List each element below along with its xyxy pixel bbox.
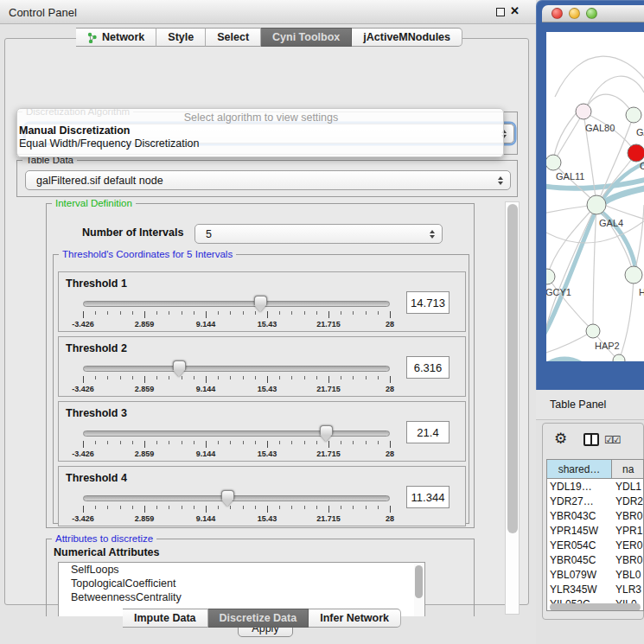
network-node[interactable] (626, 107, 641, 123)
split-columns-icon[interactable] (583, 433, 599, 446)
group-title: Threshold's Coordinates for 5 Intervals (59, 249, 236, 260)
num-intervals-label: Number of Intervals (82, 226, 183, 239)
settings-viewport: Interval Definition Number of Intervals … (16, 200, 501, 616)
slider-scale-labels: -3.4262.8599.14415.4321.71528 (83, 514, 390, 523)
network-node[interactable] (546, 155, 561, 170)
group-title: Interval Definition (52, 200, 136, 209)
network-node-label: GCY1 (546, 287, 571, 297)
interval-definition-group: Interval Definition Number of Intervals … (46, 203, 475, 528)
slider-ticks (83, 311, 390, 319)
gear-icon[interactable]: ⚙ (554, 431, 567, 446)
stepper-arrows-icon (430, 230, 435, 239)
attributes-group: Attributes to discretize Numerical Attri… (46, 539, 475, 616)
table-row[interactable]: YPR145W YPR1 (547, 523, 643, 538)
table-row[interactable]: YDR27… YDR2 (547, 494, 643, 508)
threshold-slider[interactable] (83, 301, 390, 307)
network-node-label: HAP2 (595, 341, 620, 351)
network-node[interactable] (613, 354, 625, 361)
slider-thumb[interactable] (320, 425, 333, 442)
threshold-slider[interactable] (83, 366, 390, 372)
thresholds-group: Threshold's Coordinates for 5 Intervals … (53, 254, 469, 524)
slider-scale-labels: -3.4262.8599.14415.4321.71528 (83, 450, 390, 458)
network-canvas[interactable]: GAL80GACGAL11GAL4GCY1HHAP2 (546, 32, 644, 361)
top-tab[interactable]: Select (206, 28, 261, 47)
threshold-value-field[interactable]: 14.713 (406, 291, 450, 314)
float-window-icon[interactable] (496, 8, 505, 16)
slider-thumb[interactable] (254, 296, 267, 312)
top-tab-bar: Network Style Select (76, 28, 462, 47)
control-panel-window: Control Panel ✕ Network (0, 0, 536, 644)
node-attribute-table[interactable]: shared… na YDL19… YDL1 YDR27… YDR2 YBR04… (546, 459, 644, 611)
slider-thumb[interactable] (173, 360, 186, 377)
table-row[interactable]: YBR043C YBR0 (547, 508, 643, 523)
bottom-tab-label: Impute Data (134, 612, 196, 624)
network-node[interactable] (586, 324, 600, 338)
table-data-combobox[interactable]: galFiltered.sif default node (25, 170, 511, 190)
threshold-value-field[interactable]: 11.344 (406, 486, 450, 508)
attribute-item[interactable]: SelfLoops (59, 563, 424, 577)
top-tab[interactable]: jActiveMNodules (352, 28, 462, 47)
num-intervals-combobox[interactable]: 5 (194, 224, 443, 244)
table-row[interactable]: YDL19… YDL1 (547, 479, 643, 494)
attribute-item[interactable]: BetweennessCentrality (59, 590, 424, 604)
column-header-name[interactable]: na (612, 460, 643, 478)
threshold-value-field[interactable]: 21.4 (406, 421, 450, 443)
table-data-group: Table Data galFiltered.sif default node (16, 160, 518, 197)
algorithm-dropdown-popup: Select algorithm to view settings Manual… (16, 108, 504, 157)
numerical-attributes-label: Numerical Attributes (54, 546, 159, 558)
algorithm-option[interactable]: Manual Discretization (17, 124, 503, 137)
threshold-slider[interactable] (83, 430, 390, 437)
slider-ticks (83, 506, 390, 513)
close-icon[interactable]: ✕ (510, 4, 520, 17)
top-tab-label: Cyni Toolbox (272, 31, 340, 43)
slider-scale-labels: -3.4262.8599.14415.4321.71528 (83, 320, 390, 328)
table-header-row: shared… na (547, 460, 643, 479)
network-node-label: GAL4 (599, 218, 623, 228)
network-graph: GAL80GACGAL11GAL4GCY1HHAP2 (546, 32, 644, 361)
top-tab[interactable]: Cyni Toolbox (261, 28, 352, 47)
network-node[interactable] (625, 266, 642, 284)
network-node-label: GA (636, 127, 644, 137)
bottom-tab-bar: Impute Data Discretize Data Infer Networ… (123, 609, 401, 628)
slider-scale-labels: -3.4262.8599.14415.4321.71528 (83, 385, 390, 393)
table-hscrollbar[interactable] (550, 603, 641, 611)
threshold-panel: Threshold 2 -3.4262.8599.14415.4321.7152… (58, 336, 466, 397)
network-node[interactable] (587, 195, 606, 214)
bottom-tab[interactable]: Impute Data (123, 609, 208, 628)
column-header-shared[interactable]: shared… (547, 460, 612, 478)
checkbox-columns-icon[interactable]: ☑☑ (604, 434, 620, 446)
attribute-item[interactable]: TopologicalCoefficient (59, 577, 424, 590)
panel-title: Control Panel (9, 6, 77, 19)
panel-scrollbar[interactable] (505, 201, 520, 615)
mac-zoom-light-icon[interactable] (586, 8, 597, 19)
table-row[interactable]: YBL079W YBL0 (547, 568, 643, 583)
table-row[interactable]: YER054C YER0 (547, 538, 643, 552)
list-scrollbar[interactable] (414, 564, 424, 616)
threshold-slider[interactable] (83, 495, 390, 501)
mac-close-light-icon[interactable] (552, 8, 563, 19)
bottom-tab[interactable]: Discretize Data (208, 609, 309, 628)
algorithm-option[interactable]: Equal Width/Frequency Discretization (17, 137, 503, 150)
network-node[interactable] (628, 144, 644, 162)
table-body: YDL19… YDL1 YDR27… YDR2 YBR043C YBR0 YPR… (547, 479, 643, 611)
network-node-label: GAL11 (556, 171, 584, 182)
threshold-value-field[interactable]: 6.316 (406, 356, 450, 379)
threshold-label: Threshold 4 (66, 472, 127, 484)
slider-thumb[interactable] (221, 490, 234, 507)
network-node[interactable] (576, 104, 591, 119)
num-intervals-value: 5 (206, 228, 212, 240)
table-data-value: galFiltered.sif default node (36, 175, 163, 187)
top-tab[interactable]: Network (76, 28, 156, 47)
network-node[interactable] (546, 269, 555, 284)
slider-ticks (83, 441, 390, 449)
group-title: Attributes to discretize (52, 533, 156, 545)
table-row[interactable]: YBR045C YBR0 (547, 552, 643, 567)
network-node-label: H (639, 287, 644, 297)
bottom-tab[interactable]: Infer Network (309, 609, 401, 628)
bottom-tab-label: Discretize Data (220, 612, 297, 624)
mac-minimize-light-icon[interactable] (569, 8, 580, 19)
network-node-label: GAL80 (585, 123, 615, 133)
top-tab-label: jActiveMNodules (363, 31, 450, 43)
table-row[interactable]: YLR345W YLR3 (547, 583, 643, 597)
top-tab[interactable]: Style (156, 28, 206, 47)
